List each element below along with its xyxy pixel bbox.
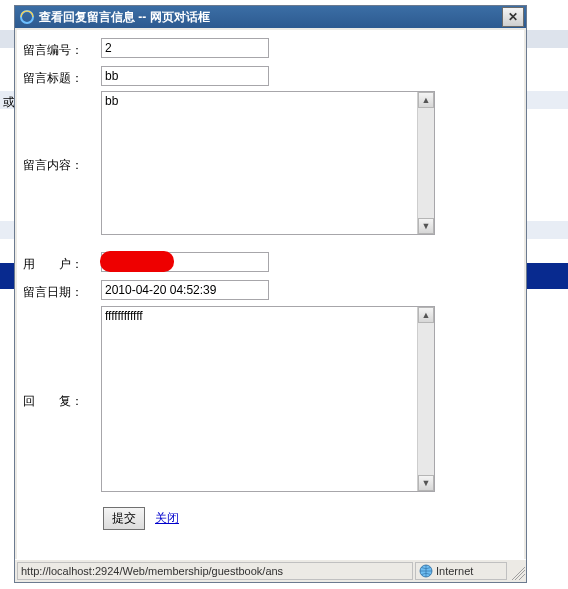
dialog-window: 查看回复留言信息 -- 网页对话框 ✕ 留言编号： 留言标题： 留言内容：	[14, 5, 527, 583]
status-url: http://localhost:2924/Web/membership/gue…	[17, 562, 413, 580]
window-close-button[interactable]: ✕	[502, 7, 524, 27]
reply-scrollbar[interactable]: ▲ ▼	[417, 307, 434, 491]
scroll-down-icon: ▼	[418, 475, 434, 491]
dialog-title: 查看回复留言信息 -- 网页对话框	[39, 9, 502, 26]
label-message-title: 留言标题：	[23, 66, 101, 87]
close-icon: ✕	[508, 11, 518, 23]
label-message-date: 留言日期：	[23, 280, 101, 301]
ie-icon	[19, 9, 35, 25]
status-zone-text: Internet	[436, 565, 473, 577]
message-title-input[interactable]	[101, 66, 269, 86]
dialog-client-area: 留言编号： 留言标题： 留言内容： ▲ ▼	[15, 28, 526, 560]
label-user: 用 户：	[23, 252, 101, 273]
status-zone: Internet	[415, 562, 507, 580]
user-input[interactable]	[101, 252, 269, 272]
content-scrollbar[interactable]: ▲ ▼	[417, 92, 434, 234]
label-message-id: 留言编号：	[23, 38, 101, 59]
message-date-input[interactable]	[101, 280, 269, 300]
internet-zone-icon	[419, 564, 433, 578]
user-redaction	[101, 252, 269, 272]
scroll-down-icon: ▼	[418, 218, 434, 234]
reply-textarea[interactable]	[102, 307, 417, 491]
scroll-up-icon: ▲	[418, 92, 434, 108]
scroll-up-icon: ▲	[418, 307, 434, 323]
titlebar: 查看回复留言信息 -- 网页对话框 ✕	[15, 6, 526, 28]
submit-button[interactable]: 提交	[103, 507, 145, 530]
label-message-content: 留言内容：	[23, 153, 101, 174]
message-content-textarea[interactable]	[102, 92, 417, 234]
close-link[interactable]: 关闭	[155, 510, 179, 527]
label-reply: 回 复：	[23, 389, 101, 410]
statusbar: http://localhost:2924/Web/membership/gue…	[15, 559, 526, 582]
message-id-input[interactable]	[101, 38, 269, 58]
resize-grip[interactable]	[509, 562, 525, 580]
